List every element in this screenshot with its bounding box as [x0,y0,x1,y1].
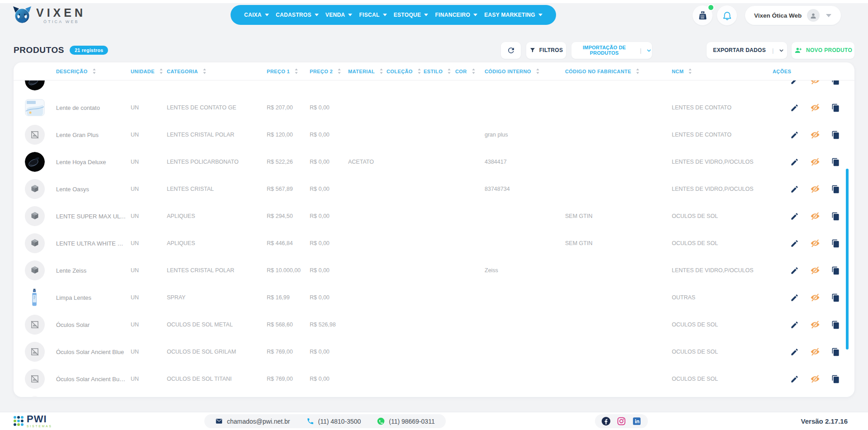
pwi-tagline: SISTEMAS [27,425,52,428]
nav-item-estoque[interactable]: ESTOQUE [394,12,429,18]
duplicate-button[interactable] [831,239,840,248]
brand-name: VIXEN [36,7,86,19]
hide-button[interactable] [810,103,821,113]
cell-unit: UN [131,159,167,165]
brand-tagline: ÓTICA WEB [43,19,86,24]
account-label: Vixen Ótica Web [754,12,802,19]
edit-button[interactable] [790,185,799,194]
cell-price1: R$ 522,26 [267,159,310,165]
duplicate-button[interactable] [831,104,840,112]
edit-button[interactable] [790,80,799,85]
email-text: chamados@pwi.net.br [227,418,290,425]
column-header-pre-o-2[interactable]: PREÇO 2 [310,68,348,74]
hide-button[interactable] [810,238,821,248]
duplicate-button[interactable] [831,266,840,275]
nav-item-easy-marketing[interactable]: EASY MARKETING [484,12,542,18]
import-products-button[interactable]: IMPORTAÇÃO DE PRODUTOS | [571,42,652,59]
hide-button[interactable] [810,80,821,85]
cell-price2: R$ 0,00 [310,213,348,219]
row-actions [773,374,854,384]
edit-button[interactable] [790,293,799,302]
new-product-label: NOVO PRODUTO [806,47,852,53]
duplicate-button[interactable] [831,212,840,221]
edit-button[interactable] [790,158,799,166]
hide-icon [810,265,821,275]
column-header-categoria[interactable]: CATEGORIA [167,68,267,74]
table-scrollbar[interactable] [846,169,849,350]
column-header-ncm[interactable]: NCM [672,68,773,74]
nav-item-cadastros[interactable]: CADASTROS [276,12,319,18]
nav-item-fiscal[interactable]: FISCAL [359,12,387,18]
instagram-link[interactable] [617,416,626,426]
person-plus-icon [794,46,802,55]
hide-button[interactable] [810,184,821,194]
row-actions [773,293,854,302]
column-header-c-digo-no-fabricante[interactable]: CÓDIGO NO FABRICANTE [565,68,672,74]
cell-price1: R$ 567,89 [267,186,310,192]
column-label: UNIDADE [131,69,155,74]
nav-item-caixa[interactable]: CAIXA [244,12,269,18]
hide-button[interactable] [810,374,821,384]
brand-logo[interactable]: VIXEN ÓTICA WEB [12,6,86,25]
cell-price1: R$ 10.000,00 [267,267,310,274]
envelope-icon [215,417,223,425]
edit-button[interactable] [790,212,799,221]
refresh-button[interactable] [501,42,521,59]
pwi-logo[interactable]: PWI SISTEMAS [14,414,52,428]
duplicate-button[interactable] [831,348,840,356]
edit-button[interactable] [790,239,799,248]
duplicate-button[interactable] [831,158,840,166]
cell-ncm: OCULOS DE SOL [672,376,773,382]
column-header-unidade[interactable]: UNIDADE [131,68,167,74]
facebook-link[interactable] [601,416,611,426]
edit-button[interactable] [790,348,799,356]
hide-button[interactable] [810,157,821,167]
caret-down-icon [348,14,352,16]
duplicate-button[interactable] [831,131,840,139]
column-header-cor[interactable]: COR [455,68,485,74]
column-header-pre-o-1[interactable]: PREÇO 1 [267,68,310,74]
cell-price2: R$ 0,00 [310,104,348,111]
column-header-material[interactable]: MATERIAL [348,68,387,74]
nav-item-venda[interactable]: VENDA [326,12,353,18]
phone-link[interactable]: (11) 4810-3500 [307,417,361,425]
edit-button[interactable] [790,375,799,383]
duplicate-button[interactable] [831,375,840,383]
cell-unit: UN [131,240,167,246]
edit-button[interactable] [790,104,799,112]
nav-item-financeiro[interactable]: FINANCEIRO [435,12,477,18]
edit-button[interactable] [790,266,799,275]
cell-price1: R$ 769,00 [267,376,310,382]
export-data-button[interactable]: EXPORTAR DADOS | [707,42,787,59]
linkedin-link[interactable] [632,416,642,426]
hide-button[interactable] [810,211,821,221]
hide-button[interactable] [810,293,821,302]
duplicate-icon [831,348,840,356]
notifications-button[interactable] [717,5,737,25]
duplicate-button[interactable] [831,321,840,329]
cell-description: Lente Hoya Deluxe [56,159,131,165]
filters-button[interactable]: FILTROS [526,42,566,59]
whatsapp-link[interactable]: (11) 98669-0311 [377,417,434,425]
column-header-descri-o[interactable]: DESCRIÇÃO [56,68,131,74]
duplicate-icon [831,80,840,85]
cell-category: APLIQUES [167,240,267,246]
duplicate-button[interactable] [831,293,840,302]
edit-button[interactable] [790,131,799,139]
account-menu[interactable]: Vixen Ótica Web [745,6,841,25]
avatar [807,9,820,22]
cash-register-button[interactable] [693,5,712,25]
duplicate-button[interactable] [831,80,840,85]
hide-button[interactable] [810,347,821,357]
duplicate-button[interactable] [831,185,840,194]
column-header-c-digo-interno[interactable]: CÓDIGO INTERNO [485,68,565,74]
edit-icon [790,185,799,194]
hide-button[interactable] [810,320,821,330]
hide-button[interactable] [810,265,821,275]
column-header-estilo[interactable]: ESTILO [424,68,455,74]
column-header-cole-o[interactable]: COLEÇÃO [387,68,424,74]
edit-button[interactable] [790,321,799,329]
email-link[interactable]: chamados@pwi.net.br [215,417,290,425]
new-product-button[interactable]: NOVO PRODUTO [792,42,854,59]
hide-button[interactable] [810,130,821,140]
